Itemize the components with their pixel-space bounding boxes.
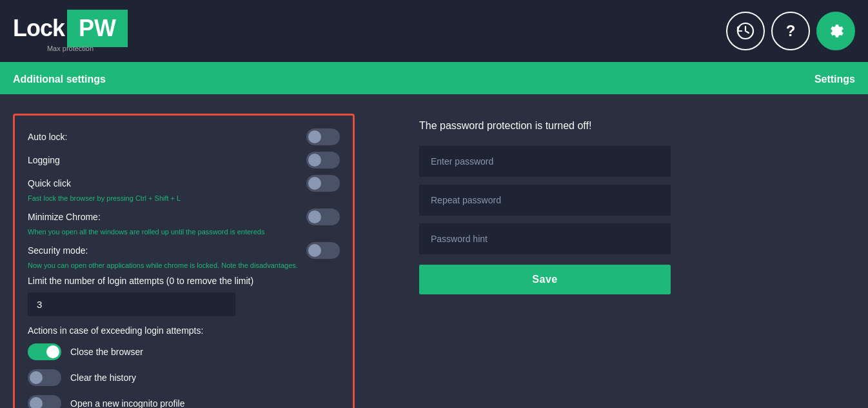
logging-label: Logging — [28, 155, 60, 165]
right-panel: The password protection is turned off! S… — [380, 114, 855, 408]
incognito-row: Open a new incognito profile — [28, 395, 340, 408]
clear-history-row: Clear the history — [28, 369, 340, 386]
minimize-chrome-slider — [306, 209, 340, 225]
clear-history-slider — [28, 369, 61, 386]
minimize-chrome-toggle[interactable] — [306, 209, 340, 225]
main-content: Auto lock: Logging Quick click Fast lock… — [0, 94, 868, 408]
history-icon[interactable] — [726, 12, 765, 50]
auto-lock-row: Auto lock: — [28, 128, 340, 145]
limit-label: Limit the number of login attempts (0 to… — [28, 276, 340, 286]
navbar: Additional settings Settings — [0, 65, 868, 94]
security-mode-hint: Now you can open other applications whil… — [28, 261, 340, 269]
left-panel: Auto lock: Logging Quick click Fast lock… — [13, 114, 355, 408]
password-status: The password protection is turned off! — [419, 120, 855, 132]
password-hint-input[interactable] — [419, 223, 671, 254]
logo-subtitle: Max protection — [13, 45, 128, 52]
minimize-chrome-hint: When you open all the windows are rolled… — [28, 228, 340, 236]
security-mode-label: Security mode: — [28, 245, 88, 256]
quick-click-hint: Fast lock the browser by pressing Ctrl +… — [28, 194, 340, 202]
navbar-right-title: Settings — [814, 74, 855, 85]
security-mode-slider — [306, 242, 340, 259]
close-browser-slider — [28, 343, 61, 360]
quick-click-row: Quick click — [28, 175, 340, 192]
header-icons: ? — [726, 12, 855, 50]
clear-history-label: Clear the history — [70, 372, 136, 383]
repeat-password-input[interactable] — [419, 185, 671, 216]
logging-slider — [306, 152, 340, 168]
logo-lock-text: Lock — [13, 15, 64, 42]
auto-lock-toggle[interactable] — [306, 128, 340, 145]
logo-left: Lock PW Max protection — [13, 10, 128, 52]
header: Lock PW Max protection ? — [0, 0, 868, 65]
security-mode-toggle[interactable] — [306, 242, 340, 259]
close-browser-label: Close the browser — [70, 347, 143, 357]
close-browser-toggle[interactable] — [28, 343, 61, 360]
limit-input[interactable] — [28, 292, 235, 316]
minimize-chrome-label: Minimize Chrome: — [28, 212, 101, 222]
quick-click-label: Quick click — [28, 178, 71, 189]
auto-lock-label: Auto lock: — [28, 132, 67, 142]
security-mode-row: Security mode: — [28, 242, 340, 259]
close-browser-row: Close the browser — [28, 343, 340, 360]
quick-click-slider — [306, 175, 340, 192]
help-icon[interactable]: ? — [771, 12, 810, 50]
enter-password-input[interactable] — [419, 146, 671, 177]
navbar-left-title: Additional settings — [13, 74, 106, 85]
incognito-label: Open a new incognito profile — [70, 398, 184, 408]
settings-icon[interactable] — [816, 12, 855, 50]
auto-lock-slider — [306, 128, 340, 145]
incognito-toggle[interactable] — [28, 395, 61, 408]
actions-label: Actions in case of exceeding login attem… — [28, 325, 340, 336]
logo: Lock PW Max protection — [13, 10, 128, 52]
logo-pw-text: PW — [67, 10, 128, 47]
clear-history-toggle[interactable] — [28, 369, 61, 386]
logging-toggle[interactable] — [306, 152, 340, 168]
quick-click-toggle[interactable] — [306, 175, 340, 192]
minimize-chrome-row: Minimize Chrome: — [28, 209, 340, 225]
logging-row: Logging — [28, 152, 340, 168]
incognito-slider — [28, 395, 61, 408]
save-button[interactable]: Save — [419, 265, 671, 294]
